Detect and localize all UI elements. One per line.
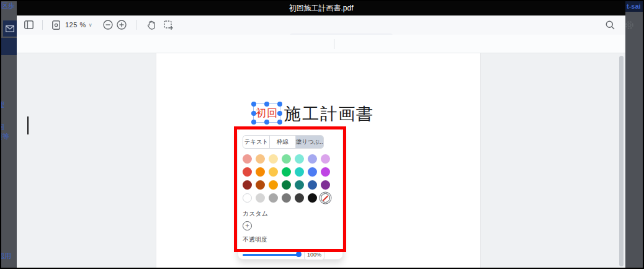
resize-handle-sw[interactable] xyxy=(251,120,256,125)
zoom-level-value: 125 % xyxy=(65,21,86,29)
text-cursor xyxy=(27,116,29,134)
color-swatch[interactable] xyxy=(256,193,265,203)
color-swatch[interactable] xyxy=(243,154,252,164)
color-swatch[interactable] xyxy=(243,180,252,190)
settings-gear-button[interactable] xyxy=(623,19,635,31)
resize-handle-ne[interactable] xyxy=(277,102,282,107)
color-swatch[interactable] xyxy=(308,167,317,177)
color-swatch-grid xyxy=(243,154,330,203)
custom-color-label: カスタム xyxy=(243,209,338,218)
color-swatch[interactable] xyxy=(308,193,317,203)
annotation-text: 初回 xyxy=(256,106,278,120)
main-toolbar: 125 % ∨ 閲覧 注釈 図形 xyxy=(17,15,625,35)
no-color-slash-icon xyxy=(323,195,328,201)
tab-border-color[interactable]: 枠線 xyxy=(270,136,296,148)
color-swatch[interactable] xyxy=(282,154,291,164)
resize-handle-s[interactable] xyxy=(264,120,269,125)
add-custom-color-button[interactable]: + xyxy=(243,221,252,230)
sidebar-toggle-button[interactable] xyxy=(22,19,35,31)
color-swatch[interactable] xyxy=(269,154,278,164)
annotation-toolbar: A A A A T T ∨ T T xyxy=(17,35,625,53)
divider xyxy=(42,20,43,30)
no-color-swatch[interactable] xyxy=(321,193,330,203)
color-swatch[interactable] xyxy=(295,167,304,177)
document-canvas[interactable]: 初回 施工計画書 テキスト 枠線 塗りつぶ... カスタム xyxy=(17,53,625,268)
envelope-icon xyxy=(6,25,14,32)
selected-text-annotation[interactable]: 初回 xyxy=(253,103,280,123)
document-title-text: 施工計画書 xyxy=(284,103,374,125)
background-text: 回 xyxy=(1,123,4,132)
zoom-out-button[interactable] xyxy=(102,19,114,31)
screenshot: 区歩 理 回 頂等 認用 t-sai 初回施工計画書.pdf 125 % ∨ xyxy=(0,0,644,272)
window-title: 初回施工計画書.pdf xyxy=(288,3,353,14)
opacity-slider-row: 100% xyxy=(243,249,338,260)
color-swatch[interactable] xyxy=(295,154,304,164)
color-swatch[interactable] xyxy=(321,154,330,164)
color-swatch[interactable] xyxy=(282,193,291,203)
zoom-level-dropdown[interactable]: 125 % ∨ xyxy=(65,19,92,31)
resize-handle-n[interactable] xyxy=(264,102,269,107)
hand-pan-tool-button[interactable] xyxy=(145,19,158,31)
mail-tile xyxy=(3,20,17,37)
color-target-tabs: テキスト 枠線 塗りつぶ... xyxy=(243,135,324,149)
background-text: t-sai xyxy=(627,2,641,10)
pdf-page[interactable]: 初回 施工計画書 テキスト 枠線 塗りつぶ... カスタム xyxy=(156,53,480,268)
opacity-value-field[interactable]: 100% xyxy=(304,249,324,260)
color-swatch[interactable] xyxy=(321,167,330,177)
tab-text-color[interactable]: テキスト xyxy=(243,136,270,148)
color-swatch[interactable] xyxy=(269,180,278,190)
color-swatch[interactable] xyxy=(282,167,291,177)
background-window-left: 区歩 理 回 頂等 認用 xyxy=(1,1,17,268)
color-swatch[interactable] xyxy=(243,193,252,203)
divider xyxy=(334,39,334,49)
vertical-scrollbar[interactable] xyxy=(619,56,624,266)
background-text: 理 xyxy=(1,100,4,110)
color-swatch[interactable] xyxy=(295,193,304,203)
color-swatch[interactable] xyxy=(282,180,291,190)
plus-icon: + xyxy=(245,222,249,229)
zoom-in-button[interactable] xyxy=(115,19,128,31)
background-block xyxy=(1,38,17,55)
page-settings-icon[interactable] xyxy=(50,19,62,31)
color-swatch[interactable] xyxy=(256,180,265,190)
color-swatch[interactable] xyxy=(269,167,278,177)
tab-fill-color[interactable]: 塗りつぶ... xyxy=(296,136,324,148)
color-swatch[interactable] xyxy=(256,167,265,177)
color-swatch[interactable] xyxy=(269,193,278,203)
opacity-label: 不透明度 xyxy=(243,235,338,244)
titlebar: 初回施工計画書.pdf xyxy=(17,1,625,15)
background-text: 区歩 xyxy=(1,1,15,11)
color-swatch[interactable] xyxy=(243,167,252,177)
color-swatch[interactable] xyxy=(295,180,304,190)
background-text: 頂等 xyxy=(1,132,9,141)
resize-handle-nw[interactable] xyxy=(251,102,256,107)
marquee-select-tool-button[interactable] xyxy=(162,19,174,31)
color-picker-popup: テキスト 枠線 塗りつぶ... カスタム + 不透明度 100% xyxy=(238,128,343,260)
search-button[interactable] xyxy=(604,19,616,31)
divider xyxy=(136,20,137,30)
resize-handle-e[interactable] xyxy=(277,111,282,116)
chevron-down-icon: ∨ xyxy=(89,22,92,28)
background-text: 認用 xyxy=(1,252,11,261)
opacity-slider[interactable] xyxy=(243,254,300,256)
background-window-right: t-sai xyxy=(625,1,643,268)
window-frame: 区歩 理 回 頂等 認用 t-sai 初回施工計画書.pdf 125 % ∨ xyxy=(0,0,644,269)
color-swatch[interactable] xyxy=(308,180,317,190)
resize-handle-w[interactable] xyxy=(251,111,256,116)
resize-handle-se[interactable] xyxy=(277,120,282,125)
color-swatch[interactable] xyxy=(321,180,330,190)
color-swatch[interactable] xyxy=(308,154,317,164)
opacity-slider-knob[interactable] xyxy=(296,252,302,257)
color-swatch[interactable] xyxy=(256,154,265,164)
